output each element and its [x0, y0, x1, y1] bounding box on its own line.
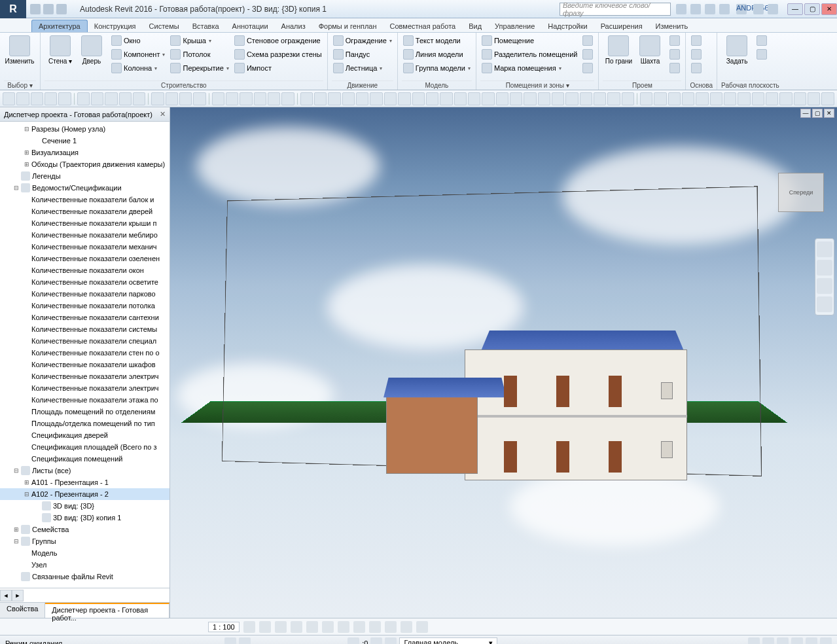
tree-item[interactable]: ⊟Разрезы (Номер узла)	[0, 123, 169, 135]
ribbon-button[interactable]: Стеновое ограждение	[233, 34, 323, 47]
view-minimize[interactable]: —	[800, 109, 811, 118]
ribbon-button[interactable]	[668, 62, 681, 75]
toolbar-icon[interactable]	[166, 92, 178, 105]
pan-icon[interactable]	[817, 260, 832, 276]
view-cube[interactable]: Спереди	[778, 173, 824, 212]
shadows-icon[interactable]	[291, 621, 302, 633]
model-icon[interactable]	[385, 637, 397, 645]
scroll-right[interactable]: ►	[12, 590, 24, 601]
toolbar-icon[interactable]	[607, 92, 620, 105]
toolbar-icon[interactable]	[552, 92, 564, 105]
render-icon[interactable]	[306, 621, 318, 633]
user-icon[interactable]	[719, 4, 730, 14]
toolbar-icon[interactable]	[212, 92, 224, 105]
toolbar-icon[interactable]	[91, 92, 103, 105]
tree-item[interactable]: Связанные файлы Revit	[0, 571, 169, 582]
toolbar-icon[interactable]	[622, 92, 634, 105]
drag-icon[interactable]	[806, 637, 817, 645]
toolbar-icon[interactable]	[226, 92, 238, 105]
toolbar-icon[interactable]	[738, 92, 750, 105]
ribbon-tab[interactable]: Надстройки	[541, 20, 594, 32]
toolbar-icon[interactable]	[45, 92, 57, 105]
select-links-icon[interactable]	[748, 637, 760, 645]
expand-icon[interactable]: ⊞	[13, 524, 19, 535]
toolbar-icon[interactable]	[398, 92, 410, 105]
toolbar-icon[interactable]	[412, 92, 425, 105]
ribbon-button[interactable]: Разделитель помещений	[480, 48, 579, 61]
ribbon-button[interactable]: Марка помещения▾	[480, 62, 579, 75]
active-workset[interactable]: Главная модель▾	[399, 637, 497, 644]
toolbar-icon[interactable]	[119, 92, 132, 105]
toolbar-icon[interactable]	[16, 92, 29, 105]
toolbar-icon[interactable]	[821, 92, 834, 105]
tree-item[interactable]: Количественные показатели потолка	[0, 300, 169, 312]
app-logo[interactable]: R	[0, 0, 26, 18]
toolbar-icon[interactable]	[370, 92, 382, 105]
tree-item[interactable]: Узел	[0, 559, 169, 571]
tree-item[interactable]: Количественные показатели механич	[0, 241, 169, 253]
tree-item[interactable]: Количественные показатели окон	[0, 264, 169, 276]
toolbar-icon[interactable]	[384, 92, 397, 105]
tree-item[interactable]: Количественные показатели системы	[0, 323, 169, 335]
toolbar-icon[interactable]	[668, 92, 681, 105]
minimize-button[interactable]: —	[787, 3, 803, 15]
ribbon-button[interactable]: Группа модели▾	[402, 62, 472, 75]
tree-item[interactable]: Количественные показатели стен по о	[0, 347, 169, 359]
toolbar-icon[interactable]	[58, 92, 71, 105]
toolbar-icon[interactable]	[356, 92, 368, 105]
tab-project-browser[interactable]: Диспетчер проекта - Готовая работ...	[45, 603, 169, 618]
scroll-left[interactable]: ◄	[0, 590, 12, 601]
tree-item[interactable]: Количественные показатели озеленен	[0, 253, 169, 264]
tree-item[interactable]: Количественные показатели балок и	[0, 194, 169, 206]
toolbar-icon[interactable]	[240, 92, 252, 105]
expand-icon[interactable]: ⊞	[24, 159, 29, 170]
toolbar-icon[interactable]	[193, 92, 205, 105]
expand-icon[interactable]: ⊟	[13, 183, 19, 193]
toolbar-icon[interactable]	[77, 92, 90, 105]
toolbar-icon[interactable]	[426, 92, 438, 105]
toolbar-icon[interactable]	[724, 92, 736, 105]
editreq-icon[interactable]	[239, 637, 251, 645]
ribbon-tab[interactable]: Аннотации	[226, 20, 275, 32]
tree-item[interactable]: Количественные показатели этажа по	[0, 394, 169, 406]
toolbar-icon[interactable]	[468, 92, 480, 105]
ribbon-button[interactable]	[755, 34, 768, 47]
toolbar-icon[interactable]	[440, 92, 452, 105]
expand-icon[interactable]: ⊞	[24, 477, 29, 488]
toolbar-icon[interactable]	[696, 92, 708, 105]
tree-item[interactable]: ⊟Листы (все)	[0, 465, 169, 476]
tree-item[interactable]: Площадь/отделка помещений по тип	[0, 418, 169, 429]
toolbar-icon[interactable]	[496, 92, 508, 105]
tree-item[interactable]: Количественные показатели дверей	[0, 206, 169, 217]
toolbar-icon[interactable]	[654, 92, 666, 105]
toolbar-icon[interactable]	[105, 92, 117, 105]
toolbar-icon[interactable]	[766, 92, 778, 105]
analytical-icon[interactable]	[401, 621, 412, 633]
ribbon-button[interactable]	[581, 48, 594, 61]
select-pinned-icon[interactable]	[777, 637, 789, 645]
toolbar-icon[interactable]	[281, 92, 294, 105]
viewport-3d[interactable]: — ▢ ✕ Спереди	[170, 107, 837, 618]
tree-item[interactable]: ⊟Группы	[0, 535, 169, 547]
panel-label[interactable]: Помещения и зоны ▾	[480, 80, 595, 90]
ribbon-button[interactable]: Шахта	[634, 34, 666, 66]
ribbon-tab[interactable]: Совместная работа	[383, 20, 463, 32]
ribbon-button[interactable]: Линия модели	[402, 48, 472, 61]
toolbar-icon[interactable]	[300, 92, 313, 105]
star-icon[interactable]	[705, 4, 715, 14]
ribbon-button[interactable]	[690, 34, 703, 47]
tree-item[interactable]: Количественные показатели осветите	[0, 276, 169, 288]
maximize-button[interactable]: ▢	[804, 3, 820, 15]
ribbon-button[interactable]: Импост	[233, 62, 323, 75]
expand-icon[interactable]: ⊟	[13, 465, 19, 476]
toolbar-icon[interactable]	[151, 92, 164, 105]
tree-item[interactable]: Количественные показатели меблиро	[0, 229, 169, 241]
panel-label[interactable]: Выбор ▾	[4, 80, 36, 90]
exchange-icon[interactable]	[753, 4, 764, 14]
tree-item[interactable]: Количественные показатели шкафов	[0, 359, 169, 370]
tree-item[interactable]: ⊞Визуализация	[0, 147, 169, 158]
tree-item[interactable]: 3D вид: {3D} копия 1	[0, 512, 169, 524]
toolbar-icon[interactable]	[328, 92, 340, 105]
tree-item[interactable]: Спецификация дверей	[0, 429, 169, 441]
ribbon-button[interactable]: Схема разрезки стены	[233, 48, 323, 61]
